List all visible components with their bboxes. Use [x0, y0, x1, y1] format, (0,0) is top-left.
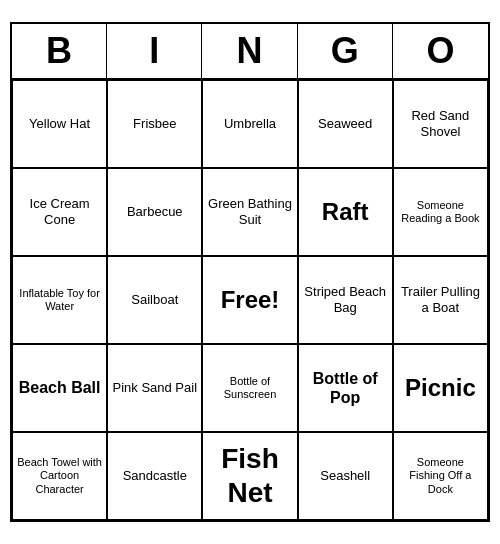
bingo-cell-9[interactable]: Someone Reading a Book	[393, 168, 488, 256]
bingo-cell-8[interactable]: Raft	[298, 168, 393, 256]
bingo-cell-19[interactable]: Picnic	[393, 344, 488, 432]
header-letter-n: N	[202, 24, 297, 78]
bingo-card: BINGO Yellow HatFrisbeeUmbrellaSeaweedRe…	[10, 22, 490, 522]
bingo-cell-5[interactable]: Ice Cream Cone	[12, 168, 107, 256]
bingo-cell-1[interactable]: Frisbee	[107, 80, 202, 168]
header-letter-b: B	[12, 24, 107, 78]
bingo-cell-2[interactable]: Umbrella	[202, 80, 297, 168]
bingo-header: BINGO	[12, 24, 488, 80]
bingo-cell-18[interactable]: Bottle of Pop	[298, 344, 393, 432]
header-letter-i: I	[107, 24, 202, 78]
bingo-cell-12[interactable]: Free!	[202, 256, 297, 344]
bingo-cell-7[interactable]: Green Bathing Suit	[202, 168, 297, 256]
header-letter-o: O	[393, 24, 488, 78]
bingo-cell-16[interactable]: Pink Sand Pail	[107, 344, 202, 432]
bingo-cell-11[interactable]: Sailboat	[107, 256, 202, 344]
bingo-grid: Yellow HatFrisbeeUmbrellaSeaweedRed Sand…	[12, 80, 488, 520]
bingo-cell-6[interactable]: Barbecue	[107, 168, 202, 256]
bingo-cell-20[interactable]: Beach Towel with Cartoon Character	[12, 432, 107, 520]
bingo-cell-10[interactable]: Inflatable Toy for Water	[12, 256, 107, 344]
bingo-cell-22[interactable]: Fish Net	[202, 432, 297, 520]
bingo-cell-0[interactable]: Yellow Hat	[12, 80, 107, 168]
bingo-cell-13[interactable]: Striped Beach Bag	[298, 256, 393, 344]
bingo-cell-17[interactable]: Bottle of Sunscreen	[202, 344, 297, 432]
bingo-cell-21[interactable]: Sandcastle	[107, 432, 202, 520]
bingo-cell-23[interactable]: Seashell	[298, 432, 393, 520]
bingo-cell-14[interactable]: Trailer Pulling a Boat	[393, 256, 488, 344]
bingo-cell-3[interactable]: Seaweed	[298, 80, 393, 168]
header-letter-g: G	[298, 24, 393, 78]
bingo-cell-4[interactable]: Red Sand Shovel	[393, 80, 488, 168]
bingo-cell-15[interactable]: Beach Ball	[12, 344, 107, 432]
bingo-cell-24[interactable]: Someone Fishing Off a Dock	[393, 432, 488, 520]
